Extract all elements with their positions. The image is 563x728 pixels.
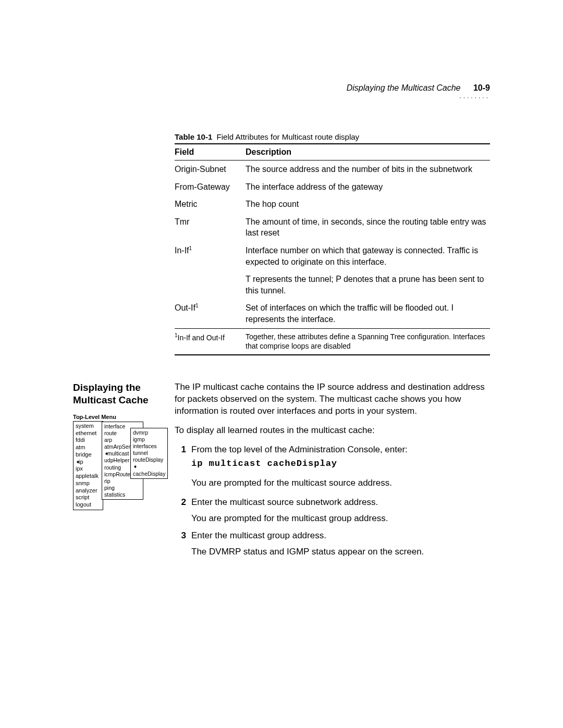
step-number: 3 xyxy=(175,530,186,558)
menu-item: interfaces xyxy=(133,443,165,450)
cell-field: In-If1 xyxy=(175,242,246,270)
menu-item: statistics xyxy=(104,491,141,498)
menu-item: logout xyxy=(76,501,101,509)
menu-col1: systemethernetfddiatmbridge➧ipipxappleta… xyxy=(73,421,103,510)
step-2: 2 Enter the multicast source subnetwork … xyxy=(175,497,490,525)
cell-field: From-Gateway xyxy=(175,178,246,196)
cell-desc: The amount of time, in seconds, since th… xyxy=(246,213,490,242)
table-row: T represents the tunnel; P denotes that … xyxy=(175,270,490,299)
menu-item: appletalk xyxy=(76,473,101,480)
step2-b: You are prompted for the multicast group… xyxy=(191,513,490,525)
col-field: Field xyxy=(175,144,246,161)
menu-col3: dvmrpigmpinterfacestunnelrouteDisplay➧ca… xyxy=(130,428,168,479)
table-row: MetricThe hop count xyxy=(175,195,490,213)
table-row: Out-If1Set of interfaces on which the tr… xyxy=(175,299,490,328)
footnote-desc: Together, these attributes define a Span… xyxy=(246,328,490,354)
menu-item: routeDisplay xyxy=(133,456,165,463)
footnote-field: In-If and Out-If xyxy=(178,333,225,341)
table-row: TmrThe amount of time, in seconds, since… xyxy=(175,213,490,242)
table-caption: Table 10-1 Field Attributes for Multicas… xyxy=(175,132,490,141)
menu-item: tunnel xyxy=(133,450,165,456)
step3-b: The DVMRP status and IGMP status appear … xyxy=(191,546,490,558)
cell-field: Origin-Subnet xyxy=(175,161,246,178)
step-text: From the top level of the Administration… xyxy=(191,444,490,456)
menu-item: rip xyxy=(104,478,141,485)
page-number: 10-9 xyxy=(473,83,490,92)
table-label: Table 10-1 xyxy=(175,132,212,141)
menu-item: ethernet xyxy=(76,430,101,437)
step-3: 3 Enter the multicast group address. The… xyxy=(175,530,490,558)
cell-desc: The interface address of the gateway xyxy=(246,178,490,196)
cell-field: Metric xyxy=(175,195,246,213)
running-title: Displaying the Multicast Cache xyxy=(347,83,461,92)
table-10-1: Table 10-1 Field Attributes for Multicas… xyxy=(175,132,490,355)
section-intro: The IP multicast cache contains the IP s… xyxy=(175,381,490,417)
header-dots: ········ xyxy=(73,94,490,101)
step2-a: Enter the multicast source subnetwork ad… xyxy=(191,497,490,509)
cell-desc: The source address and the number of bit… xyxy=(246,161,490,178)
menu-item: snmp xyxy=(76,480,101,487)
step1-result: You are prompted for the multicast sourc… xyxy=(191,477,490,489)
cell-field: Tmr xyxy=(175,213,246,242)
table-row: Origin-SubnetThe source address and the … xyxy=(175,161,490,178)
top-level-menu: Top-Level Menu systemethernetfddiatmbrid… xyxy=(73,414,162,510)
step3-a: Enter the multicast group address. xyxy=(191,530,490,542)
command: ip multicast cacheDisplay xyxy=(191,458,490,470)
col-desc: Description xyxy=(246,144,490,161)
menu-item: script xyxy=(76,494,101,501)
running-header: Displaying the Multicast Cache 10-9 xyxy=(73,83,490,93)
menu-item: analyzer xyxy=(76,487,101,495)
cell-desc: Interface number on which that gateway i… xyxy=(246,242,490,270)
attributes-table: Field Description Origin-SubnetThe sourc… xyxy=(175,143,490,355)
menu-item: igmp xyxy=(133,436,165,443)
section-lead: To display all learned routes in the mul… xyxy=(175,425,490,437)
menu-item: system xyxy=(76,423,101,430)
menu-item: fddi xyxy=(76,437,101,444)
step-number: 2 xyxy=(175,497,186,525)
cell-desc: Set of interfaces on which the traffic w… xyxy=(246,299,490,328)
section-title: Displaying the Multicast Cache xyxy=(73,381,175,406)
menu-item: ipx xyxy=(76,465,101,473)
table-footnote: 1In-If and Out-If Together, these attrib… xyxy=(175,328,490,354)
cell-desc: The hop count xyxy=(246,195,490,213)
table-caption-text: Field Attributes for Multicast route dis… xyxy=(217,132,359,141)
menu-item: bridge xyxy=(76,451,101,459)
menu-item: ➧ip xyxy=(76,459,101,466)
menu-title: Top-Level Menu xyxy=(73,414,162,420)
cell-field: Out-If1 xyxy=(175,299,246,328)
step-1: 1 From the top level of the Administrati… xyxy=(175,444,490,456)
menu-item: ➧cacheDisplay xyxy=(133,463,165,477)
menu-item: ping xyxy=(104,485,141,491)
menu-item: atm xyxy=(76,444,101,451)
cell-field xyxy=(175,270,246,299)
section-displaying-cache: Displaying the Multicast Cache Top-Level… xyxy=(73,381,490,560)
step-number: 1 xyxy=(175,444,186,456)
table-row: In-If1Interface number on which that gat… xyxy=(175,242,490,270)
table-row: From-GatewayThe interface address of the… xyxy=(175,178,490,196)
cell-desc: T represents the tunnel; P denotes that … xyxy=(246,270,490,299)
menu-item: dvmrp xyxy=(133,429,165,436)
